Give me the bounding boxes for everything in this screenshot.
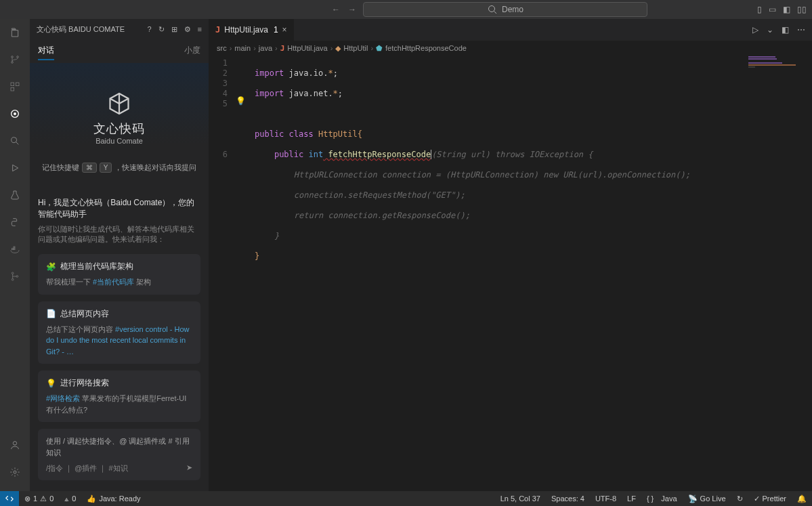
ports-indicator[interactable]: ⟁0 — [59, 491, 81, 506]
new-chat-icon[interactable]: ⊞ — [171, 25, 177, 34]
method-icon: ⬟ — [376, 44, 383, 53]
nav-forward-icon[interactable]: → — [348, 5, 356, 14]
shortcut-hint: 记住快捷键 ⌘ Y ，快速唤起对话向我提问 — [38, 163, 200, 173]
svg-line-1 — [494, 12, 496, 14]
search-activity-icon[interactable] — [7, 133, 23, 149]
comate-logo-icon — [107, 91, 131, 116]
prettier-status[interactable]: ✓Prettier — [748, 494, 792, 503]
svg-line-11 — [16, 142, 18, 144]
layout-primary-icon[interactable]: ▯ — [757, 5, 762, 14]
command-center[interactable]: Demo — [363, 2, 647, 17]
layout-customize-icon[interactable]: ▯▯ — [797, 5, 807, 14]
thumbs-up-icon: 👍 — [87, 494, 96, 503]
sidebar: 文心快码 BAIDU COMATE ? ↻ ⊞ ⚙ ≡ 对话 小度 文心快码 B… — [30, 19, 209, 491]
warning-icon: ⚠ — [40, 494, 47, 503]
gear-icon[interactable]: ⚙ — [184, 25, 191, 34]
svg-point-19 — [13, 442, 16, 445]
remote-icon — [5, 494, 14, 503]
send-icon[interactable]: ➤ — [186, 463, 192, 473]
svg-point-17 — [12, 278, 14, 280]
svg-rect-13 — [12, 249, 13, 250]
status-bar: ⊗1 ⚠0 ⟁0 👍Java: Ready Ln 5, Col 37 Space… — [0, 491, 812, 506]
class-icon: ◆ — [335, 44, 341, 53]
indent-indicator[interactable]: Spaces: 4 — [546, 494, 590, 503]
error-icon: ⊗ — [24, 494, 30, 503]
explorer-icon[interactable] — [7, 24, 23, 41]
svg-marker-12 — [13, 165, 18, 171]
svg-point-3 — [12, 62, 14, 64]
greeting-sub: 你可以随时让我生成代码、解答本地代码库相关问题或其他编码问题。快来试着问我： — [38, 224, 200, 245]
settings-icon[interactable] — [7, 464, 23, 480]
scm-icon[interactable] — [7, 268, 23, 284]
python-icon[interactable] — [7, 214, 23, 230]
activity-bar — [0, 19, 30, 491]
remote-indicator[interactable] — [0, 491, 19, 506]
branch-icon[interactable] — [7, 51, 23, 68]
title-bar: ← → Demo ▯ ▭ ◧ ▯▯ — [0, 0, 812, 19]
radio-icon: ⟁ — [64, 494, 69, 503]
tab-chat[interactable]: 对话 — [38, 45, 54, 60]
svg-rect-15 — [14, 247, 15, 248]
java-file-icon: J — [215, 25, 220, 35]
help-icon[interactable]: ? — [147, 25, 151, 34]
svg-point-4 — [17, 56, 19, 58]
editor-tab[interactable]: J HttpUtil.java 1 × — [209, 19, 295, 41]
extensions-icon[interactable] — [7, 79, 23, 95]
layout-secondary-icon[interactable]: ◧ — [783, 5, 790, 14]
svg-point-0 — [488, 6, 494, 12]
run-icon[interactable] — [7, 160, 23, 176]
svg-rect-14 — [14, 249, 15, 250]
account-icon[interactable] — [7, 437, 23, 453]
svg-rect-5 — [11, 83, 14, 86]
tab-small[interactable]: 小度 — [184, 45, 200, 60]
language-indicator[interactable]: { } Java — [641, 494, 683, 503]
svg-point-10 — [12, 138, 17, 143]
cursor-position[interactable]: Ln 5, Col 37 — [495, 494, 546, 503]
svg-point-18 — [16, 276, 18, 278]
java-file-icon: J — [280, 44, 285, 53]
suggestion-card[interactable]: 📄总结网页内容 总结下这个网页内容 #version control - How… — [38, 301, 200, 364]
encoding-indicator[interactable]: UTF-8 — [590, 494, 622, 503]
run-file-icon[interactable]: ▷ — [752, 25, 758, 35]
search-icon — [487, 4, 498, 15]
svg-point-16 — [12, 272, 14, 274]
more-icon[interactable]: ⋯ — [797, 25, 805, 35]
java-status[interactable]: 👍Java: Ready — [81, 491, 146, 506]
close-icon[interactable]: × — [282, 25, 287, 35]
test-icon[interactable] — [7, 187, 23, 203]
minimap[interactable] — [744, 56, 812, 491]
comate-logo: 文心快码 Baidu Comate — [38, 71, 200, 152]
line-gutter: 123 45 6 — [209, 56, 236, 491]
check-icon: ✓ — [754, 494, 760, 503]
broadcast-icon: 📡 — [688, 494, 698, 503]
problems-indicator[interactable]: ⊗1 ⚠0 — [19, 491, 59, 506]
comate-icon[interactable] — [7, 106, 23, 122]
menu-icon[interactable]: ≡ — [198, 25, 202, 34]
bell-icon[interactable]: 🔔 — [792, 494, 812, 503]
breadcrumbs[interactable]: src› main› java› J HttpUtil.java› ◆ Http… — [209, 41, 812, 56]
go-live[interactable]: 📡Go Live — [683, 494, 731, 503]
sync-icon[interactable]: ↻ — [731, 494, 748, 503]
nav-back-icon[interactable]: ← — [332, 5, 340, 14]
chevron-down-icon[interactable]: ⌄ — [767, 25, 773, 35]
puzzle-icon: 🧩 — [46, 262, 56, 272]
eol-indicator[interactable]: LF — [622, 494, 641, 503]
split-icon[interactable]: ◧ — [782, 25, 789, 35]
docker-icon[interactable] — [7, 241, 23, 257]
editor-area: J HttpUtil.java 1 × ▷ ⌄ ◧ ⋯ src› main› j… — [209, 19, 812, 491]
svg-rect-7 — [11, 87, 14, 91]
lightbulb-icon[interactable]: 💡 — [236, 96, 249, 106]
editor-body[interactable]: 123 45 6 💡 import java.io.*; import java… — [209, 56, 812, 491]
page-icon: 📄 — [46, 309, 56, 318]
tab-bar: J HttpUtil.java 1 × ▷ ⌄ ◧ ⋯ — [209, 19, 812, 41]
svg-point-9 — [14, 112, 16, 115]
refresh-icon[interactable]: ↻ — [158, 25, 165, 34]
chat-input[interactable]: 使用 / 调起快捷指令、@ 调起插件或 # 引用知识 /指令 ｜ @插件 ｜ #… — [38, 429, 200, 480]
layout-panel-icon[interactable]: ▭ — [769, 5, 776, 14]
suggestion-card[interactable]: 💡进行网络搜索 #网络检索 苹果发布的手机端模型Ferret-UI有什么特点? — [38, 371, 200, 422]
greeting: Hi，我是文心快码（Baidu Comate），您的智能代码助手 — [38, 197, 200, 220]
suggestion-card[interactable]: 🧩梳理当前代码库架构 帮我梳理一下 #当前代码库 架构 — [38, 254, 200, 295]
bulb-icon: 💡 — [46, 379, 56, 388]
sidebar-title: 文心快码 BAIDU COMATE — [37, 24, 125, 35]
svg-point-2 — [12, 56, 14, 58]
